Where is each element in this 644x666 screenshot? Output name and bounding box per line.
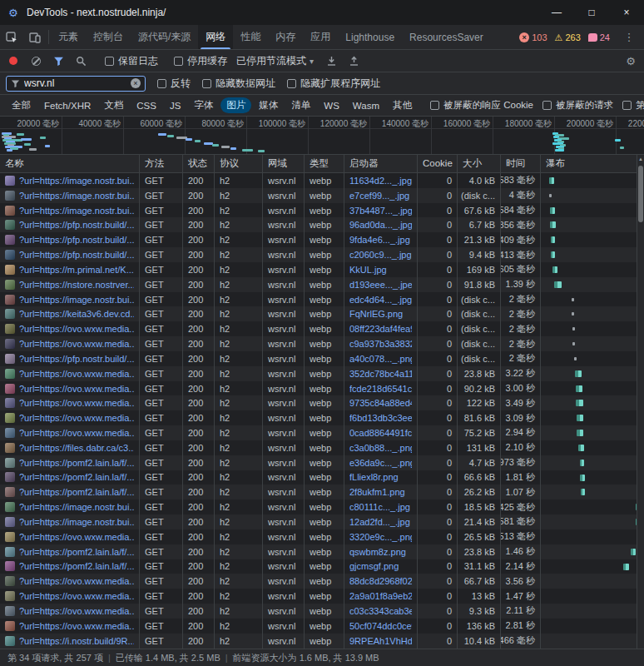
initiator-link[interactable]: c9a937b3a3832e... — [349, 339, 412, 349]
table-row[interactable]: ?url=https://pfp.nostr.build/...GET200h2… — [0, 232, 644, 247]
request-name-link[interactable]: ?url=https://m.primal.net/K... — [19, 265, 134, 275]
invert-checkbox[interactable]: 反转 — [157, 77, 191, 91]
inspect-element-icon[interactable] — [0, 25, 23, 49]
request-name-link[interactable]: ?url=https://ovo.wxw.media... — [19, 606, 134, 616]
table-row[interactable]: ?url=https://ovo.wxw.media...GET200h2wsr… — [0, 604, 644, 619]
type-filter-pill[interactable]: Wasm — [347, 99, 385, 112]
table-row[interactable]: ?url=https://pfp.nostr.build/...GET200h2… — [0, 247, 644, 262]
initiator-link[interactable]: c2060c9..._.jpg — [349, 250, 412, 260]
type-filter-pill[interactable]: 字体 — [188, 97, 219, 113]
initiator-link[interactable]: 08ff223daf4fea9... — [349, 324, 412, 334]
initiator-link[interactable]: 9RPEAh1VhHdP... — [349, 636, 412, 646]
initiator-link[interactable]: KkUL.jpg — [349, 265, 387, 275]
devtools-tab[interactable]: 网络 — [198, 25, 233, 49]
column-header-name[interactable]: 名称 — [0, 155, 140, 172]
table-row[interactable]: ?url=https://pomf2.lain.la/f/...GET200h2… — [0, 485, 644, 500]
table-row[interactable]: ?url=https://image.nostr.bui...GET200h2w… — [0, 292, 644, 307]
devtools-tab[interactable]: 控制台 — [86, 25, 131, 49]
hide-extension-urls-checkbox[interactable]: 隐藏扩展程序网址 — [287, 77, 380, 91]
initiator-link[interactable]: edc4d64..._.jpg — [349, 295, 412, 305]
filter-toggle-button[interactable] — [50, 52, 67, 69]
request-name-link[interactable]: ?url=https://ovo.wxw.media... — [19, 576, 134, 586]
type-filter-pill[interactable]: CSS — [131, 99, 162, 112]
request-name-link[interactable]: ?url=https://pfp.nostr.build/... — [19, 250, 134, 260]
initiator-link[interactable]: 2f8ukfm1.png — [349, 487, 405, 497]
request-name-link[interactable]: ?url=https://pomf2.lain.la/f/... — [19, 472, 134, 482]
initiator-link[interactable]: fcde218d6541c6... — [349, 384, 412, 394]
disable-cache-checkbox[interactable]: 停用缓存 — [174, 54, 227, 68]
table-row[interactable]: ?url=https://ovo.wxw.media...GET200h2wsr… — [0, 425, 644, 440]
request-name-link[interactable]: ?url=https://pfp.nostr.build/... — [19, 220, 134, 230]
devtools-tab[interactable]: 元素 — [51, 25, 86, 49]
hide-data-urls-checkbox[interactable]: 隐藏数据网址 — [202, 77, 275, 91]
initiator-link[interactable]: 37b4487..._.jpg — [349, 206, 412, 216]
request-name-link[interactable]: ?url=https://nstore.nostrver... — [19, 280, 134, 290]
initiator-link[interactable]: 2a9a01f8a9eb2c... — [349, 591, 412, 601]
table-row[interactable]: ?url=https://pfp.nostr.build/...GET200h2… — [0, 351, 644, 366]
table-row[interactable]: ?url=https://ovo.wxw.media...GET200h2wsr… — [0, 574, 644, 589]
request-name-link[interactable]: ?url=https://image.nostr.bui... — [19, 206, 134, 216]
initiator-link[interactable]: e7cef99..._.jpg — [349, 191, 409, 201]
close-button[interactable]: × — [609, 0, 644, 25]
type-filter-pill[interactable]: 图片 — [220, 97, 251, 113]
initiator-link[interactable]: c80111c..._.jpg — [349, 502, 410, 512]
clear-filter-icon[interactable]: × — [131, 78, 141, 88]
clear-button[interactable] — [27, 52, 44, 69]
initiator-link[interactable]: 11634d2..._.jpg — [349, 176, 412, 186]
initiator-link[interactable]: 96ad0da..._.jpg — [349, 220, 412, 230]
more-options-icon[interactable]: ⋮ — [617, 31, 641, 43]
table-row[interactable]: ?url=https://keita3v6.dev.cd...GET200h2w… — [0, 306, 644, 321]
type-filter-pill[interactable]: 其他 — [387, 97, 418, 113]
scroll-up-icon[interactable]: ▲ — [637, 155, 644, 163]
request-name-link[interactable]: ?url=https://ovo.wxw.media... — [19, 413, 134, 423]
type-filter-pill[interactable]: 全部 — [6, 97, 37, 113]
type-filter-pill[interactable]: Fetch/XHR — [38, 99, 97, 112]
table-row[interactable]: ?url=https://ovo.wxw.media...GET200h2wsr… — [0, 589, 644, 604]
request-name-link[interactable]: ?url=https://image.nostr.bui... — [19, 176, 134, 186]
initiator-link[interactable]: 50cf074ddc0ce9... — [349, 621, 412, 631]
devtools-tab[interactable]: 源代码/来源 — [131, 25, 198, 49]
devtools-tab[interactable]: ResourcesSaver — [402, 25, 491, 49]
request-name-link[interactable]: ?url=https://ovo.wxw.media... — [19, 384, 134, 394]
request-name-link[interactable]: ?url=https://ovo.wxw.media... — [19, 591, 134, 601]
filter-input[interactable]: wsrv.nl × — [6, 76, 146, 92]
type-filter-pill[interactable]: WS — [318, 99, 345, 112]
initiator-link[interactable]: 9fda4e6..._.jpg — [349, 235, 410, 245]
initiator-link[interactable]: fLliexl8r.png — [349, 472, 399, 482]
request-name-link[interactable]: ?url=https://ovo.wxw.media... — [19, 324, 134, 334]
column-header-cookie[interactable]: Cookie — [418, 155, 458, 172]
request-name-link[interactable]: ?url=https://ovo.wxw.media... — [19, 369, 134, 379]
initiator-link[interactable]: 88dc8d2968f02f... — [349, 576, 412, 586]
request-name-link[interactable]: ?url=https://image.nostr.bui... — [19, 502, 134, 512]
initiator-link[interactable]: f6bd13db3c3ee3... — [349, 413, 412, 423]
request-name-link[interactable]: ?url=https://pomf2.lain.la/f/... — [19, 458, 134, 468]
column-header-status[interactable]: 状态 — [183, 155, 215, 172]
issues-badge[interactable]: 24 — [588, 32, 610, 42]
table-row[interactable]: ?url=https://image.nostr.bui...GET200h2w… — [0, 188, 644, 203]
column-header-type[interactable]: 类型 — [305, 155, 344, 172]
initiator-link[interactable]: a40c078..._.png — [349, 354, 412, 364]
error-badge[interactable]: × 103 — [519, 32, 547, 42]
table-row[interactable]: ?url=https://pfp.nostr.build/...GET200h2… — [0, 217, 644, 232]
table-row[interactable]: ?url=https://pomf2.lain.la/f/...GET200h2… — [0, 544, 644, 559]
record-button[interactable] — [5, 52, 22, 69]
table-row[interactable]: ?url=https://m.primal.net/K...GET200h2ws… — [0, 262, 644, 277]
table-row[interactable]: ?url=https://ovo.wxw.media...GET200h2wsr… — [0, 381, 644, 396]
scrollbar-thumb[interactable] — [638, 166, 643, 222]
table-row[interactable]: ?url=https://ovo.wxw.media...GET200h2wsr… — [0, 321, 644, 336]
request-name-link[interactable]: ?url=https://pomf2.lain.la/f/... — [19, 547, 134, 557]
minimize-button[interactable]: — — [539, 0, 574, 25]
type-filter-pill[interactable]: JS — [164, 99, 186, 112]
table-row[interactable]: ?url=https://image.nostr.bui...GET200h2w… — [0, 514, 644, 529]
initiator-link[interactable]: qswbm8z.png — [349, 547, 406, 557]
search-button[interactable] — [72, 52, 89, 69]
device-toolbar-icon[interactable] — [23, 25, 47, 49]
column-header-size[interactable]: 大小 — [458, 155, 501, 172]
request-name-link[interactable]: ?url=https://ovo.wxw.media... — [19, 621, 134, 631]
network-settings-icon[interactable]: ⚙ — [622, 52, 639, 69]
initiator-link[interactable]: d193eee..._.jpeg — [349, 280, 412, 290]
warning-badge[interactable]: ⚠ 263 — [555, 32, 581, 42]
maximize-button[interactable]: □ — [574, 0, 609, 25]
request-name-link[interactable]: ?url=https://keita3v6.dev.cd... — [19, 309, 134, 319]
table-row[interactable]: ?url=https://pomf2.lain.la/f/...GET200h2… — [0, 470, 644, 485]
